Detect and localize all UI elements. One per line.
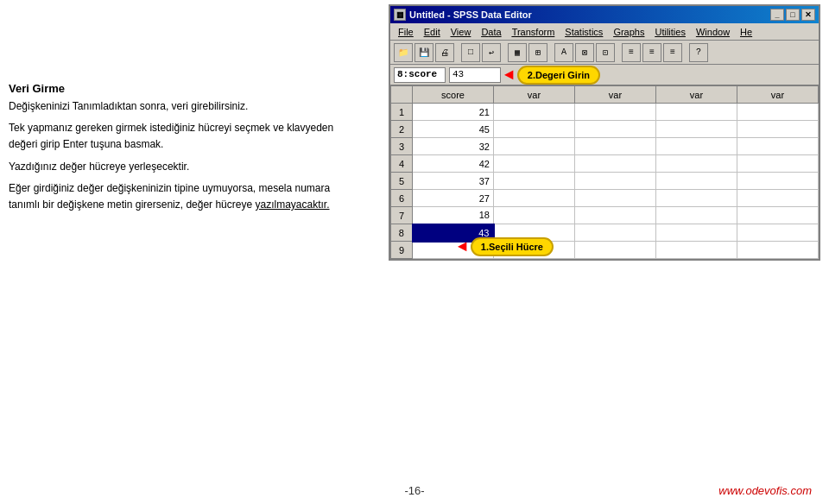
tb-btn14[interactable]: ? bbox=[689, 43, 708, 62]
cell-7-v4[interactable] bbox=[737, 207, 819, 224]
tb-btn12[interactable]: ≡ bbox=[642, 43, 661, 62]
cell-8-v4[interactable] bbox=[737, 224, 819, 242]
cell-5-v4[interactable] bbox=[737, 173, 819, 190]
tb-btn6[interactable]: ▦ bbox=[508, 43, 527, 62]
row-num-2: 2 bbox=[391, 121, 413, 138]
menu-utilities[interactable]: Utilities bbox=[650, 26, 689, 38]
cell-3-score[interactable]: 32 bbox=[413, 138, 494, 155]
spss-window: ▦ Untitled - SPSS Data Editor _ □ ✕ File… bbox=[389, 4, 820, 261]
col-var1: var bbox=[494, 86, 575, 104]
tb-btn10[interactable]: ⊡ bbox=[596, 43, 615, 62]
cell-ref-bar: 8:score 43 ◄ 2.Degeri Girin bbox=[390, 65, 819, 85]
menu-view[interactable]: View bbox=[446, 26, 476, 38]
tb-print[interactable]: 🖨 bbox=[435, 43, 454, 62]
cell-9-v2[interactable] bbox=[575, 242, 656, 259]
col-var3: var bbox=[656, 86, 737, 104]
maximize-button[interactable]: □ bbox=[786, 9, 800, 21]
menu-help[interactable]: He bbox=[736, 26, 756, 38]
table-row: 1 21 bbox=[391, 104, 819, 121]
tb-open[interactable]: 📁 bbox=[394, 43, 413, 62]
cell-6-v2[interactable] bbox=[575, 190, 656, 207]
cell-7-score[interactable]: 18 bbox=[413, 207, 494, 224]
table-row: 7 18 bbox=[391, 207, 819, 224]
cell-6-score[interactable]: 27 bbox=[413, 190, 494, 207]
table-row: 2 45 bbox=[391, 121, 819, 138]
cell-2-v3[interactable] bbox=[656, 121, 737, 138]
cell-3-v2[interactable] bbox=[575, 138, 656, 155]
left-para2: Tek yapmanız gereken girmek istediğiniz … bbox=[9, 120, 345, 153]
menu-transform[interactable]: Transform bbox=[508, 26, 560, 38]
cell-7-v2[interactable] bbox=[575, 207, 656, 224]
cell-5-v3[interactable] bbox=[656, 173, 737, 190]
cell-5-v2[interactable] bbox=[575, 173, 656, 190]
table-row: 9 bbox=[391, 242, 819, 259]
cell-2-score[interactable]: 45 bbox=[413, 121, 494, 138]
col-score: score bbox=[413, 86, 494, 104]
menu-graphs[interactable]: Graphs bbox=[609, 26, 649, 38]
cell-2-v4[interactable] bbox=[737, 121, 819, 138]
cell-2-v1[interactable] bbox=[494, 121, 575, 138]
menu-data[interactable]: Data bbox=[477, 26, 505, 38]
cell-2-v2[interactable] bbox=[575, 121, 656, 138]
tb-btn11[interactable]: ≡ bbox=[622, 43, 641, 62]
window-title: Untitled - SPSS Data Editor bbox=[409, 9, 532, 20]
arrow-icon-2: ◄ bbox=[504, 66, 514, 84]
cell-3-v1[interactable] bbox=[494, 138, 575, 155]
tb-save[interactable]: 💾 bbox=[414, 43, 433, 62]
balloon-1-container: ◄ 1.Seçili Hücre bbox=[458, 237, 554, 256]
cell-9-v4[interactable] bbox=[737, 242, 819, 259]
cell-6-v4[interactable] bbox=[737, 190, 819, 207]
cell-6-v3[interactable] bbox=[656, 190, 737, 207]
tb-btn4[interactable]: □ bbox=[461, 43, 480, 62]
menu-bar: File Edit View Data Transform Statistics… bbox=[390, 23, 819, 41]
menu-edit[interactable]: Edit bbox=[420, 26, 445, 38]
cell-1-v3[interactable] bbox=[656, 104, 737, 121]
tb-btn8[interactable]: A bbox=[554, 43, 573, 62]
close-button[interactable]: ✕ bbox=[801, 9, 815, 21]
title-bar: ▦ Untitled - SPSS Data Editor _ □ ✕ bbox=[390, 6, 819, 23]
arrow-icon-1: ◄ bbox=[458, 238, 467, 255]
cell-4-v1[interactable] bbox=[494, 155, 575, 173]
left-para3: Yazdığınız değer hücreye yerleşecektir. bbox=[9, 159, 345, 175]
menu-file[interactable]: File bbox=[394, 26, 418, 38]
balloon-1: 1.Seçili Hücre bbox=[471, 237, 554, 256]
tb-btn13[interactable]: ≡ bbox=[663, 43, 682, 62]
cell-7-v1[interactable] bbox=[494, 207, 575, 224]
cell-1-v4[interactable] bbox=[737, 104, 819, 121]
tb-btn7[interactable]: ⊞ bbox=[528, 43, 547, 62]
cell-4-v2[interactable] bbox=[575, 155, 656, 173]
cell-4-v4[interactable] bbox=[737, 155, 819, 173]
corner-header bbox=[391, 86, 413, 104]
table-row: 5 37 bbox=[391, 173, 819, 190]
row-num-4: 4 bbox=[391, 155, 413, 173]
cell-4-v3[interactable] bbox=[656, 155, 737, 173]
table-row: 4 42 bbox=[391, 155, 819, 173]
row-num-5: 5 bbox=[391, 173, 413, 190]
left-title: Veri Girme bbox=[9, 82, 345, 95]
cell-5-score[interactable]: 37 bbox=[413, 173, 494, 190]
cell-5-v1[interactable] bbox=[494, 173, 575, 190]
table-row-selected: 8 43 bbox=[391, 224, 819, 242]
minimize-button[interactable]: _ bbox=[770, 9, 784, 21]
menu-statistics[interactable]: Statistics bbox=[560, 26, 607, 38]
tb-undo[interactable]: ↩ bbox=[482, 43, 501, 62]
cell-9-v3[interactable] bbox=[656, 242, 737, 259]
menu-window[interactable]: Window bbox=[692, 26, 734, 38]
cell-3-v3[interactable] bbox=[656, 138, 737, 155]
cell-1-v1[interactable] bbox=[494, 104, 575, 121]
cell-1-score[interactable]: 21 bbox=[413, 104, 494, 121]
row-num-6: 6 bbox=[391, 190, 413, 207]
cell-6-v1[interactable] bbox=[494, 190, 575, 207]
cell-3-v4[interactable] bbox=[737, 138, 819, 155]
toolbar: 📁 💾 🖨 □ ↩ ▦ ⊞ A ⊠ ⊡ ≡ ≡ ≡ ? bbox=[390, 41, 819, 65]
cell-4-score[interactable]: 42 bbox=[413, 155, 494, 173]
data-grid: score var var var var 1 21 2 bbox=[390, 85, 819, 259]
cell-8-v2[interactable] bbox=[575, 224, 656, 242]
cell-8-v3[interactable] bbox=[656, 224, 737, 242]
cell-1-v2[interactable] bbox=[575, 104, 656, 121]
cell-7-v3[interactable] bbox=[656, 207, 737, 224]
row-num-7: 7 bbox=[391, 207, 413, 224]
left-para4: Eğer girdiğiniz değer değişkeninizin tip… bbox=[9, 180, 345, 213]
grid-wrapper: score var var var var 1 21 2 bbox=[390, 85, 819, 259]
tb-btn9[interactable]: ⊠ bbox=[575, 43, 594, 62]
